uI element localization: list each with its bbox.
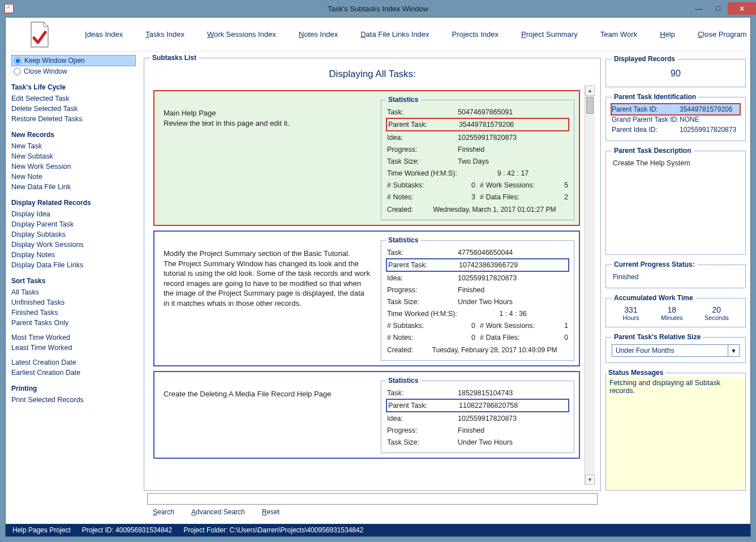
link-display-data-file-links[interactable]: Display Data File Links	[11, 260, 136, 270]
radio-close-window-label: Close Window	[24, 67, 67, 75]
link-new-data-file-link[interactable]: New Data File Link	[11, 182, 136, 192]
task-description: Modify the Project Summary section of th…	[154, 232, 381, 365]
menu-bar: Ideas Index Tasks Index Work Sessions In…	[6, 18, 750, 52]
link-sort-least-time[interactable]: Least Time Worked	[11, 343, 136, 353]
work-minutes-value: 18	[661, 305, 683, 314]
list-heading: Displaying All Tasks:	[150, 65, 595, 86]
work-seconds-value: 20	[705, 305, 729, 314]
parent-task-id-label: Parent Task ID:	[612, 105, 680, 113]
radio-close-window[interactable]: Close Window	[11, 66, 136, 76]
task-card[interactable]: Modify the Project Summary section of th…	[153, 231, 580, 366]
menu-team-work[interactable]: Team Work	[600, 30, 638, 39]
work-hours-value: 331	[622, 305, 639, 314]
menu-data-file-links-index[interactable]: Data File Links Index	[360, 30, 429, 39]
menu-help[interactable]: Help	[660, 30, 675, 39]
title-bar: Task's Subtasks Index Window — ☐ ✕	[0, 0, 756, 17]
sidebar-head-printing: Printing	[11, 385, 136, 392]
radio-keep-window-open[interactable]: Keep Window Open	[11, 55, 136, 66]
menu-tasks-index[interactable]: Tasks Index	[145, 30, 184, 39]
app-logo-icon	[28, 21, 51, 48]
link-display-notes[interactable]: Display Notes	[11, 250, 136, 260]
relative-size-combo[interactable]: Under Four Months ▼	[612, 344, 740, 357]
relative-size-value: Under Four Months	[612, 345, 728, 356]
task-card[interactable]: Create the Deleting A Media File Record …	[153, 371, 580, 459]
accumulated-work-time-fieldset: Accumulated Work Time 331Hours 18Minutes…	[605, 294, 746, 327]
link-new-task[interactable]: New Task	[11, 141, 136, 151]
link-display-parent-task[interactable]: Display Parent Task	[11, 219, 136, 229]
parent-idea-id-value: 102559917820873	[680, 126, 740, 134]
window-title: Task's Subtasks Index Window	[328, 5, 428, 13]
reset-link[interactable]: Reset	[262, 508, 280, 516]
menu-work-sessions-index[interactable]: Work Sessions Index	[207, 30, 276, 39]
vertical-scrollbar[interactable]: ▲ ▼	[585, 86, 595, 485]
parent-idea-id-label: Parent Idea ID:	[612, 126, 680, 134]
parent-task-identification-legend: Parent Task Identification	[612, 93, 698, 101]
menu-projects-index[interactable]: Projects Index	[452, 30, 499, 39]
work-hours-unit: Hours	[622, 314, 639, 321]
menu-project-summary[interactable]: Project Summary	[521, 30, 578, 39]
scroll-thumb[interactable]	[586, 97, 594, 114]
app-icon	[5, 4, 14, 13]
close-button[interactable]: ✕	[728, 2, 756, 15]
link-sort-parent-only[interactable]: Parent Tasks Only	[11, 318, 136, 328]
link-new-note[interactable]: New Note	[11, 172, 136, 182]
subtasks-list-fieldset: Subtasks List Displaying All Tasks: Main…	[144, 54, 601, 491]
status-messages-legend: Status Messages	[606, 369, 665, 377]
scroll-up-button[interactable]: ▲	[585, 86, 595, 96]
relative-size-fieldset: Parent Task's Relative Size Under Four M…	[605, 333, 746, 363]
relative-size-legend: Parent Task's Relative Size	[612, 333, 703, 341]
parent-task-identification-fieldset: Parent Task Identification Parent Task I…	[605, 93, 746, 141]
radio-keep-open-label: Keep Window Open	[24, 57, 85, 65]
task-description: Create the Deleting A Media File Record …	[154, 372, 381, 458]
task-card[interactable]: Main Help PageReview the text in this pa…	[153, 90, 580, 226]
task-description: Main Help PageReview the text in this pa…	[154, 91, 381, 225]
statistics-fieldset: Statistics Task:50474697865091 Parent Ta…	[381, 96, 574, 220]
statistics-legend: Statistics	[386, 96, 420, 104]
parent-task-id-row: Parent Task ID: 35449781579206	[612, 104, 740, 114]
link-sort-all-tasks[interactable]: All Tasks	[11, 287, 136, 297]
menu-ideas-index[interactable]: Ideas Index	[85, 30, 123, 39]
link-sort-unfinished[interactable]: Unfinished Tasks	[11, 297, 136, 308]
link-edit-selected-task[interactable]: Edit Selected Task	[11, 93, 136, 104]
parent-task-description-fieldset: Parent Task Description Create The Help …	[605, 147, 746, 255]
link-restore-deleted-tasks[interactable]: Restore Deleted Tasks	[11, 114, 136, 124]
link-print-selected[interactable]: Print Selected Records	[11, 395, 136, 405]
link-sort-earliest-date[interactable]: Earliest Creation Date	[11, 368, 136, 378]
work-seconds-unit: Seconds	[705, 314, 729, 321]
sidebar-head-new-records: New Records	[11, 131, 136, 139]
link-delete-selected-task[interactable]: Delete Selected Task	[11, 104, 136, 114]
right-panel: Displayed Records 90 Parent Task Identif…	[603, 52, 750, 524]
link-display-subtasks[interactable]: Display Subtasks	[11, 229, 136, 240]
minimize-button[interactable]: —	[689, 2, 708, 15]
chevron-down-icon[interactable]: ▼	[728, 345, 739, 356]
link-new-subtask[interactable]: New Subtask	[11, 151, 136, 161]
work-minutes-unit: Minutes	[661, 314, 683, 321]
statistics-legend: Statistics	[386, 377, 420, 385]
link-sort-latest-date[interactable]: Latest Creation Date	[11, 357, 136, 368]
displayed-records-fieldset: Displayed Records 90	[605, 55, 746, 87]
status-messages-text: Fetching and displaying all Subtask reco…	[606, 377, 745, 490]
accumulated-work-time-legend: Accumulated Work Time	[612, 294, 695, 302]
radio-close-window-input[interactable]	[14, 68, 21, 75]
link-display-idea[interactable]: Display Idea	[11, 209, 136, 219]
link-new-work-session[interactable]: New Work Session	[11, 161, 136, 172]
scroll-down-button[interactable]: ▼	[585, 475, 595, 485]
sidebar-head-sort-tasks: Sort Tasks	[11, 277, 136, 285]
search-input[interactable]	[147, 493, 598, 505]
task-statistics: Statistics Task:50474697865091 Parent Ta…	[381, 91, 579, 225]
menu-close-program[interactable]: Close Program	[698, 30, 747, 39]
window-controls: — ☐ ✕	[689, 2, 756, 15]
menu-notes-index[interactable]: Notes Index	[299, 30, 338, 39]
statistics-fieldset: Statistics Task:47756046650044 Parent Ta…	[381, 236, 574, 361]
displayed-records-count: 90	[612, 66, 740, 81]
status-project-name: Help Pages Project	[12, 526, 71, 534]
link-sort-finished[interactable]: Finished Tasks	[11, 308, 136, 318]
parent-task-id-value: 35449781579206	[680, 105, 740, 113]
link-sort-most-time[interactable]: Most Time Worked	[11, 332, 136, 343]
radio-keep-open-input[interactable]	[14, 57, 22, 65]
advanced-search-link[interactable]: Advanced Search	[191, 508, 245, 516]
progress-status-legend: Current Progress Status:	[612, 261, 697, 268]
search-link[interactable]: Search	[153, 508, 174, 516]
link-display-work-sessions[interactable]: Display Work Sessions	[11, 240, 136, 250]
maximize-button[interactable]: ☐	[708, 2, 728, 15]
